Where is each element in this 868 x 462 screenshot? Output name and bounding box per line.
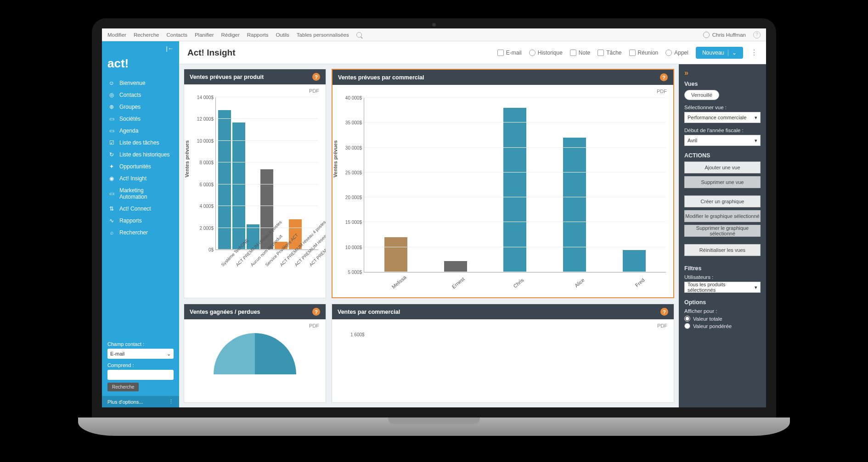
card-ventes-commercial[interactable]: Ventes prévues par commercial ? PDF Vent… xyxy=(332,69,674,298)
select-view-label: Sélectionner vue : xyxy=(684,105,761,110)
sidebar-item-liste-des-t-ches[interactable]: ☑Liste des tâches xyxy=(102,137,179,149)
sidebar-item-act-insight[interactable]: ◉Act! Insight xyxy=(102,173,179,184)
search-button[interactable]: Recherche xyxy=(107,383,139,391)
users-select[interactable]: Tous les produits sélectionnés▾ xyxy=(684,282,761,293)
pdf-link[interactable]: PDF xyxy=(337,88,669,95)
sidebar: |← act! ☺Bienvenue◎Contacts⊕Groupes▭Soci… xyxy=(102,41,179,407)
nav-label: Groupes xyxy=(119,104,141,110)
new-button[interactable]: Nouveau ⌄ xyxy=(696,47,743,59)
y-tick: 20 000$ xyxy=(345,195,364,200)
nav-icon: ☑ xyxy=(108,139,115,146)
menu-outils[interactable]: Outils xyxy=(276,32,289,38)
sidebar-item-soci-t-s[interactable]: ▭Sociétés xyxy=(102,113,179,125)
y-tick: 8 000$ xyxy=(199,160,216,165)
action-email[interactable]: E-mail xyxy=(497,50,522,56)
action-meeting[interactable]: Réunion xyxy=(629,50,659,56)
sidebar-item-groupes[interactable]: ⊕Groupes xyxy=(102,101,179,113)
delete-chart-button[interactable]: Supprimer le graphique sélectionné xyxy=(684,225,761,237)
menu-planifier[interactable]: Planifier xyxy=(195,32,214,38)
sidebar-item-rechercher[interactable]: ⌕Rechercher xyxy=(102,227,179,239)
action-history-label: Historique xyxy=(538,50,563,56)
card-help-icon[interactable]: ? xyxy=(312,73,320,81)
right-panel: » Vues Verrouillé Sélectionner vue : Per… xyxy=(679,64,766,407)
sidebar-item-bienvenue[interactable]: ☺Bienvenue xyxy=(102,77,179,89)
fiscal-select[interactable]: Avril▾ xyxy=(684,135,761,146)
menu-tables[interactable]: Tables personnalisées xyxy=(297,32,349,38)
locked-toggle[interactable]: Verrouillé xyxy=(684,90,719,100)
meeting-icon xyxy=(629,50,636,56)
y-axis-label: Ventes prévues xyxy=(333,140,338,177)
nav-icon: ◉ xyxy=(108,175,115,182)
sidebar-item-contacts[interactable]: ◎Contacts xyxy=(102,89,179,101)
action-note-label: Note xyxy=(579,50,590,56)
menubar: Modifier Recherche Contacts Planifier Ré… xyxy=(102,28,766,41)
action-history[interactable]: Historique xyxy=(529,50,563,56)
card-ventes-par-commercial: Ventes par commercial ? PDF 1 600$ xyxy=(332,304,674,403)
action-task[interactable]: Tâche xyxy=(597,50,621,56)
action-call[interactable]: Appel xyxy=(665,50,688,56)
reset-views-button[interactable]: Réinitialiser les vues xyxy=(684,244,761,256)
x-label: Fred xyxy=(632,277,653,297)
users-label: Utilisateurs : xyxy=(684,274,761,280)
phone-icon xyxy=(665,50,672,56)
card-help-icon[interactable]: ? xyxy=(660,73,668,81)
page-title: Act! Insight xyxy=(187,48,236,58)
action-meeting-label: Réunion xyxy=(638,50,659,56)
nav-icon: ▭ xyxy=(108,190,115,197)
more-icon: ⋮ xyxy=(169,399,174,405)
menu-contacts[interactable]: Contacts xyxy=(167,32,187,38)
brand-logo: act! xyxy=(102,54,179,75)
menu-rapports[interactable]: Rapports xyxy=(247,32,269,38)
contains-label: Comprend : xyxy=(107,362,174,368)
pdf-link[interactable]: PDF xyxy=(189,322,321,329)
y-tick: 40 000$ xyxy=(345,95,364,100)
nav-icon: ⌕ xyxy=(108,229,115,236)
y-tick: 14 000$ xyxy=(197,95,216,100)
sidebar-item-rapports[interactable]: ∿Rapports xyxy=(102,215,179,227)
menu-modifier[interactable]: Modifier xyxy=(107,32,126,38)
sidebar-item-agenda[interactable]: ▭Agenda xyxy=(102,125,179,137)
select-view[interactable]: Performance commerciale▾ xyxy=(684,112,761,123)
more-options[interactable]: Plus d'options... ⋮ xyxy=(102,396,179,407)
sidebar-item-opportunit-s[interactable]: ✦Opportunités xyxy=(102,161,179,173)
y-tick: 25 000$ xyxy=(345,170,364,175)
sidebar-item-liste-des-historiques[interactable]: ↻Liste des historiques xyxy=(102,149,179,161)
menu-recherche[interactable]: Recherche xyxy=(134,32,159,38)
y-tick: 15 000$ xyxy=(345,220,364,225)
radio-total-label: Valeur totale xyxy=(693,316,722,322)
modify-chart-button[interactable]: Modifier le graphique sélectionné xyxy=(684,210,761,222)
contact-field-select[interactable]: E-mail ⌄ xyxy=(107,349,174,359)
pdf-link[interactable]: PDF xyxy=(189,87,321,95)
more-menu-icon[interactable]: ⋮ xyxy=(750,48,758,57)
search-icon[interactable] xyxy=(356,32,362,38)
action-note[interactable]: Note xyxy=(570,50,590,56)
help-icon[interactable]: ? xyxy=(753,31,761,39)
menu-rediger[interactable]: Rédiger xyxy=(221,32,239,38)
pdf-link[interactable]: PDF xyxy=(337,322,669,329)
user-name: Chris Huffman xyxy=(712,32,746,38)
select-view-value: Performance commerciale xyxy=(688,115,746,120)
fiscal-value: Avril xyxy=(688,138,697,143)
nav-icon: ⇅ xyxy=(108,206,115,212)
pie-chart xyxy=(214,333,296,374)
card-help-icon[interactable]: ? xyxy=(660,308,668,316)
collapse-icon[interactable]: |← xyxy=(166,45,174,52)
bar xyxy=(218,110,231,250)
sidebar-item-marketing-automation[interactable]: ▭Marketing Automation xyxy=(102,184,179,203)
nav-label: Marketing Automation xyxy=(119,187,173,200)
add-view-button[interactable]: Ajouter une vue xyxy=(684,161,761,173)
sidebar-item-act-connect[interactable]: ⇅Act! Connect xyxy=(102,203,179,215)
contact-field-value: E-mail xyxy=(110,351,124,356)
user-menu[interactable]: Chris Huffman xyxy=(703,32,746,38)
caret-down-icon: ▾ xyxy=(755,284,757,290)
delete-view-button[interactable]: Supprimer une vue xyxy=(684,176,761,188)
card-help-icon[interactable]: ? xyxy=(312,308,320,316)
radio-weighted[interactable]: Valeur pondérée xyxy=(684,323,761,329)
more-options-label: Plus d'options... xyxy=(107,399,143,405)
nav-icon: ▭ xyxy=(108,116,115,122)
task-icon xyxy=(597,50,604,56)
expand-icon[interactable]: » xyxy=(684,69,761,77)
create-chart-button[interactable]: Créer un graphique xyxy=(684,195,761,207)
contains-input[interactable] xyxy=(107,370,174,380)
radio-total[interactable]: Valeur totale xyxy=(684,316,761,322)
